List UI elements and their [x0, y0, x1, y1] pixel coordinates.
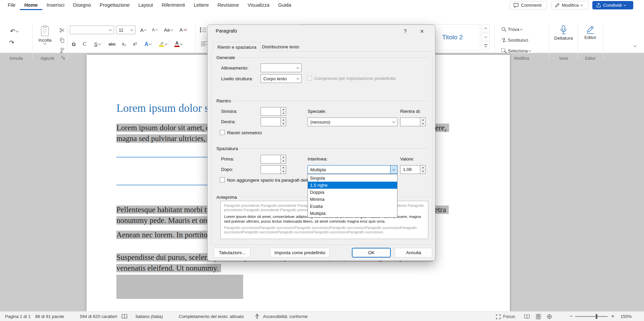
styles-gallery-expand-button[interactable]: [482, 42, 490, 50]
style-titolo2[interactable]: Titolo 2: [442, 34, 463, 41]
select-button[interactable]: Seleziona: [499, 46, 533, 55]
livello-struttura-combobox[interactable]: Corpo testo: [261, 74, 302, 83]
clipboard-dialog-launcher-icon[interactable]: [61, 56, 65, 60]
tabulazioni-button[interactable]: Tabulazioni...: [214, 248, 251, 258]
tab-visualizza[interactable]: Visualizza: [243, 0, 274, 10]
tab-revisione[interactable]: Revisione: [213, 0, 244, 10]
valore-spinner[interactable]: 1,08: [400, 165, 426, 174]
spin-up-icon[interactable]: [420, 118, 425, 122]
font-name-combobox[interactable]: [70, 26, 114, 34]
dictate-button[interactable]: Dettatura: [551, 25, 576, 53]
list-item-esatta[interactable]: Esatta: [308, 203, 397, 210]
spin-up-icon[interactable]: [281, 107, 286, 111]
tab-guida[interactable]: Guida: [274, 0, 296, 10]
dopo-spinner[interactable]: [261, 165, 286, 174]
list-item-singola[interactable]: Singola: [308, 175, 397, 182]
speciale-combobox[interactable]: (nessuno): [308, 118, 397, 126]
subscript-button[interactable]: x₂: [119, 40, 129, 48]
spin-up-icon[interactable]: [281, 166, 286, 170]
rientri-simmetrici-checkbox[interactable]: [220, 130, 225, 135]
styles-scroll-down-button[interactable]: [482, 33, 490, 41]
clear-formatting-button[interactable]: A: [178, 26, 189, 34]
dialog-tab-distribuzione[interactable]: Distribuzione testo: [258, 42, 303, 52]
zoom-slider-track[interactable]: [575, 316, 608, 317]
spin-down-icon[interactable]: [281, 111, 286, 116]
cut-button[interactable]: [58, 26, 66, 34]
read-mode-view-icon[interactable]: [524, 314, 530, 319]
print-layout-view-icon[interactable]: [535, 314, 541, 320]
zoom-out-button[interactable]: −: [570, 313, 573, 319]
editor-button[interactable]: Editor: [580, 25, 601, 53]
zoom-in-button[interactable]: +: [611, 313, 614, 320]
shrink-font-button[interactable]: A: [150, 26, 160, 34]
zoom-level[interactable]: 150%: [621, 314, 632, 319]
dialog-close-button[interactable]: ×: [416, 27, 428, 36]
find-button[interactable]: Trova: [499, 25, 524, 34]
prima-spinner[interactable]: [261, 155, 286, 164]
sinistra-spinner[interactable]: [261, 107, 286, 116]
tab-layout[interactable]: Layout: [134, 0, 158, 10]
tab-inserisci[interactable]: Inserisci: [42, 0, 69, 10]
list-item-minima[interactable]: Minima: [308, 196, 397, 203]
change-case-button[interactable]: Aa: [161, 26, 176, 34]
allineamento-combobox[interactable]: [261, 63, 302, 72]
char-count[interactable]: 594 di 620 caratteri: [80, 314, 117, 319]
zoom-slider-thumb[interactable]: [596, 314, 597, 319]
replace-button[interactable]: Sostituisci: [499, 36, 530, 44]
tab-disegno[interactable]: Disegno: [69, 0, 95, 10]
text-completion-indicator[interactable]: Completamento del testo: attivato: [179, 314, 244, 319]
text-effects-button[interactable]: A: [142, 40, 154, 48]
font-color-button[interactable]: A: [172, 40, 185, 48]
web-layout-view-icon[interactable]: [547, 314, 552, 319]
spin-down-icon[interactable]: [420, 122, 425, 126]
strikethrough-button[interactable]: abc: [106, 40, 118, 48]
imposta-predefinito-button[interactable]: Imposta come predefinito: [270, 248, 330, 258]
spin-down-icon[interactable]: [281, 159, 286, 164]
italic-button[interactable]: C: [80, 40, 89, 48]
bold-button[interactable]: G: [69, 40, 78, 48]
interlinea-combobox[interactable]: Multipla: [308, 165, 397, 174]
tab-file[interactable]: File: [3, 0, 20, 10]
format-painter-button[interactable]: [58, 46, 66, 54]
tab-lettere[interactable]: Lettere: [189, 0, 213, 10]
styles-scroll-up-button[interactable]: [482, 24, 490, 32]
tab-riferimenti[interactable]: Riferimenti: [157, 0, 189, 10]
word-count[interactable]: 86 di 91 parole: [35, 314, 64, 319]
language-indicator[interactable]: Italiano (Italia): [136, 314, 163, 319]
dialog-help-button[interactable]: ?: [399, 27, 411, 36]
grow-font-button[interactable]: A: [138, 26, 148, 34]
spin-up-icon[interactable]: [420, 166, 425, 170]
tab-home[interactable]: Home: [20, 0, 42, 10]
list-item-doppia[interactable]: Doppia: [308, 189, 397, 196]
page-indicator[interactable]: Pagina 1 di 1: [5, 314, 31, 319]
undo-button[interactable]: ↶: [7, 27, 21, 36]
proofing-book-icon[interactable]: [121, 314, 127, 319]
spin-down-icon[interactable]: [281, 170, 286, 174]
list-item-multipla[interactable]: Multipla: [308, 210, 397, 217]
spin-down-icon[interactable]: [281, 122, 286, 126]
dialog-tab-rientri[interactable]: Rientri e spaziatura: [213, 42, 261, 52]
spin-up-icon[interactable]: [281, 155, 286, 159]
annulla-button[interactable]: Annulla: [395, 248, 432, 258]
ok-button[interactable]: OK: [352, 248, 391, 258]
tab-progettazione[interactable]: Progettazione: [95, 0, 134, 10]
editing-mode-button[interactable]: Modifica: [551, 1, 589, 9]
paste-button[interactable]: Incolla: [34, 25, 56, 54]
no-space-checkbox[interactable]: [220, 177, 225, 182]
collapse-ribbon-button[interactable]: [631, 42, 639, 50]
destra-spinner[interactable]: [261, 118, 286, 126]
superscript-button[interactable]: x²: [130, 40, 140, 48]
spin-up-icon[interactable]: [281, 118, 286, 122]
copy-button[interactable]: [58, 36, 66, 44]
spin-down-icon[interactable]: [420, 170, 425, 174]
comments-button[interactable]: Commenti: [509, 1, 547, 9]
underline-button[interactable]: S: [91, 40, 104, 48]
focus-mode-button[interactable]: Focus: [503, 314, 515, 319]
redo-button[interactable]: ↷: [7, 38, 17, 47]
rientra-di-spinner[interactable]: [400, 118, 426, 126]
share-button[interactable]: Condividi: [592, 1, 633, 9]
text-highlight-button[interactable]: [156, 40, 170, 48]
accessibility-status[interactable]: Accessibilità: conforme: [263, 314, 308, 319]
list-item-15-righe[interactable]: 1,5 righe: [308, 182, 397, 189]
font-size-combobox[interactable]: 11: [116, 26, 136, 34]
